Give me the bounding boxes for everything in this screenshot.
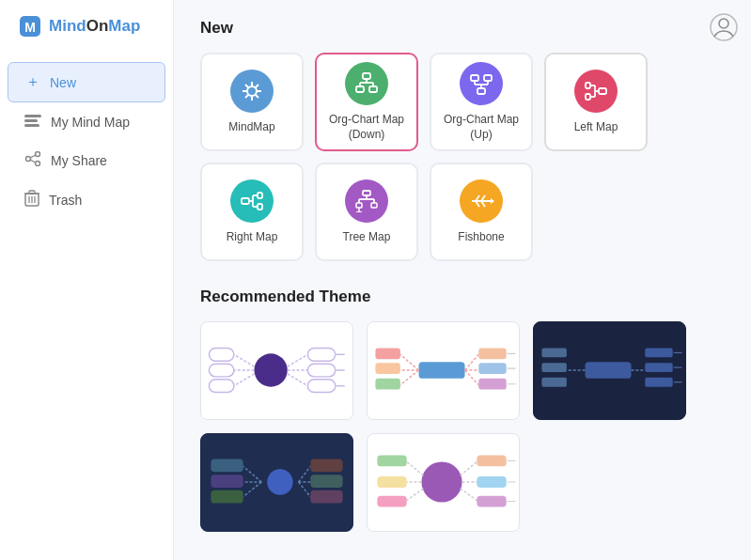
svg-rect-110: [541, 378, 566, 387]
map-card-rightmap-label: Right Map: [227, 230, 278, 245]
svg-rect-114: [645, 378, 672, 387]
map-card-fishbone[interactable]: Fishbone: [430, 163, 533, 261]
svg-rect-2: [24, 115, 41, 117]
sidebar-item-new-label: New: [50, 75, 76, 90]
theme-card-1[interactable]: [200, 321, 353, 420]
map-card-treemap[interactable]: Tree Map: [315, 163, 418, 261]
sidebar-item-new[interactable]: ＋ New: [8, 62, 165, 102]
svg-rect-131: [310, 490, 342, 504]
sidebar-item-trash-label: Trash: [49, 193, 82, 208]
svg-text:M: M: [24, 20, 36, 35]
map-card-mindmap-label: MindMap: [228, 120, 274, 135]
svg-rect-91: [375, 348, 399, 359]
svg-rect-32: [356, 86, 364, 92]
theme-card-4[interactable]: [200, 433, 353, 532]
map-card-rightmap[interactable]: Right Map: [200, 163, 304, 261]
treemap-icon: [345, 179, 388, 223]
svg-line-26: [245, 94, 249, 98]
svg-rect-97: [478, 348, 506, 359]
theme-card-2[interactable]: [367, 321, 520, 420]
svg-rect-48: [242, 198, 249, 204]
svg-point-72: [254, 353, 287, 386]
svg-rect-62: [371, 203, 377, 208]
svg-line-8: [30, 155, 35, 158]
svg-rect-55: [363, 191, 370, 195]
rightmap-icon: [230, 179, 274, 223]
svg-marker-70: [491, 198, 494, 204]
svg-rect-89: [419, 362, 465, 379]
map-card-orgdown[interactable]: Org-Chart Map(Down): [315, 53, 418, 151]
sidebar-item-trash[interactable]: Trash: [8, 180, 165, 219]
svg-rect-124: [211, 490, 243, 504]
trash-icon: [24, 190, 39, 210]
svg-rect-122: [211, 474, 243, 488]
svg-rect-53: [258, 193, 262, 198]
share-icon: [24, 151, 41, 169]
theme-card-3[interactable]: [533, 321, 686, 420]
map-card-leftmap[interactable]: Left Map: [544, 53, 648, 151]
svg-line-23: [245, 85, 249, 88]
svg-rect-33: [369, 86, 377, 92]
svg-rect-95: [375, 379, 399, 390]
svg-rect-93: [375, 363, 399, 374]
sidebar-item-myshare[interactable]: My Share: [8, 142, 165, 179]
map-card-fishbone-label: Fishbone: [458, 230, 504, 245]
logo-area: M MindOnMap: [0, 0, 173, 53]
svg-rect-106: [586, 362, 632, 379]
sidebar-nav: ＋ New My Mind Map My Share Trash: [0, 60, 173, 221]
svg-rect-4: [24, 124, 39, 127]
svg-rect-137: [477, 476, 506, 488]
svg-rect-46: [586, 83, 590, 88]
svg-point-133: [421, 461, 462, 502]
theme-grid: [200, 321, 725, 532]
svg-rect-112: [645, 348, 672, 357]
map-card-orgup-label: Org-Chart Map (Up): [431, 113, 531, 142]
svg-rect-141: [377, 456, 406, 467]
user-avatar[interactable]: [710, 13, 738, 45]
sidebar: M MindOnMap ＋ New My Mind Map My Share: [0, 0, 174, 560]
svg-rect-34: [477, 88, 485, 94]
orgup-icon: [460, 62, 503, 105]
map-card-orgdown-label: Org-Chart Map(Down): [329, 113, 404, 142]
svg-rect-41: [599, 88, 606, 94]
svg-rect-145: [377, 496, 406, 507]
svg-rect-109: [541, 363, 566, 372]
main-content: New MindMap: [174, 0, 751, 560]
svg-rect-3: [24, 119, 38, 122]
logo-icon: M: [17, 13, 43, 39]
theme-card-5[interactable]: [367, 433, 520, 532]
svg-rect-108: [541, 348, 566, 357]
svg-rect-39: [471, 75, 478, 81]
sidebar-item-myshare-label: My Share: [51, 153, 107, 168]
leftmap-icon: [574, 70, 618, 113]
svg-point-6: [36, 162, 40, 166]
logo-text: MindOnMap: [49, 17, 140, 36]
svg-line-24: [256, 94, 259, 98]
svg-rect-135: [477, 456, 506, 467]
map-type-grid: MindMap Org-Chart Map(Down): [200, 53, 725, 261]
svg-rect-127: [310, 459, 342, 472]
svg-rect-120: [211, 459, 243, 472]
svg-point-125: [267, 469, 292, 494]
svg-rect-129: [310, 474, 342, 488]
svg-point-7: [26, 157, 31, 162]
orgdown-icon: [345, 62, 388, 105]
svg-line-9: [30, 160, 35, 163]
map-card-mindmap[interactable]: MindMap: [200, 53, 304, 151]
svg-rect-47: [586, 94, 590, 100]
map-card-leftmap-label: Left Map: [574, 120, 618, 135]
svg-point-5: [36, 152, 40, 157]
mindmap-icon: [230, 70, 274, 113]
map-card-orgup[interactable]: Org-Chart Map (Up): [430, 53, 533, 151]
map-card-treemap-label: Tree Map: [343, 230, 391, 245]
svg-rect-101: [478, 379, 506, 390]
svg-rect-15: [29, 191, 35, 194]
plus-icon: ＋: [25, 72, 40, 92]
svg-rect-113: [645, 363, 672, 372]
sidebar-item-mymindmap[interactable]: My Mind Map: [8, 104, 165, 140]
svg-line-25: [256, 85, 259, 88]
fishbone-icon: [460, 179, 503, 223]
svg-rect-27: [363, 73, 370, 79]
svg-rect-61: [356, 203, 362, 208]
new-section-title: New: [200, 19, 725, 38]
